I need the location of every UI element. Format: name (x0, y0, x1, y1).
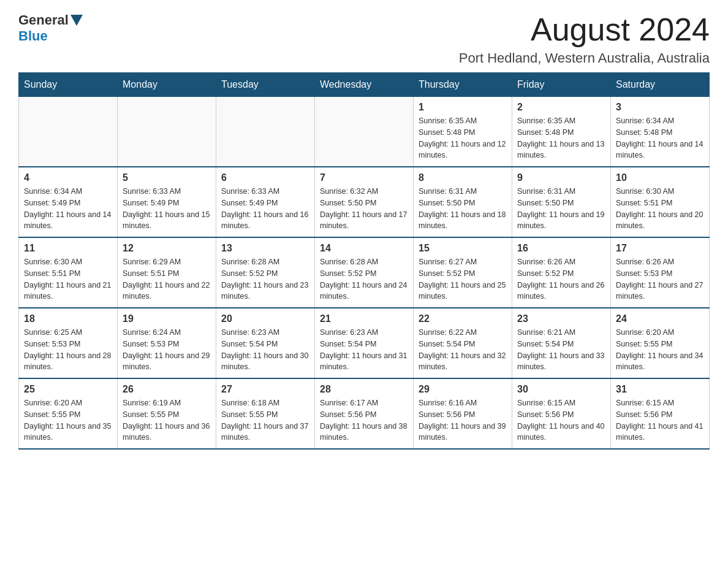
day-number: 14 (320, 243, 408, 254)
calendar-cell: 2Sunrise: 6:35 AMSunset: 5:48 PMDaylight… (512, 97, 611, 167)
calendar-week-row-1: 1Sunrise: 6:35 AMSunset: 5:48 PMDaylight… (19, 97, 710, 167)
day-number: 22 (419, 313, 507, 324)
calendar-week-row-4: 18Sunrise: 6:25 AMSunset: 5:53 PMDayligh… (19, 308, 710, 378)
day-info: Sunrise: 6:29 AMSunset: 5:51 PMDaylight:… (123, 256, 211, 302)
day-info: Sunrise: 6:19 AMSunset: 5:55 PMDaylight:… (123, 397, 211, 443)
calendar-cell: 14Sunrise: 6:28 AMSunset: 5:52 PMDayligh… (315, 237, 414, 308)
calendar-cell: 15Sunrise: 6:27 AMSunset: 5:52 PMDayligh… (414, 237, 512, 308)
day-number: 9 (517, 172, 605, 183)
day-info: Sunrise: 6:16 AMSunset: 5:56 PMDaylight:… (419, 397, 507, 443)
calendar-table: SundayMondayTuesdayWednesdayThursdayFrid… (18, 72, 710, 450)
day-number: 30 (517, 384, 605, 395)
day-info: Sunrise: 6:34 AMSunset: 5:48 PMDaylight:… (616, 115, 704, 161)
calendar-cell: 11Sunrise: 6:30 AMSunset: 5:51 PMDayligh… (19, 237, 118, 308)
day-number: 21 (320, 313, 408, 324)
day-info: Sunrise: 6:21 AMSunset: 5:54 PMDaylight:… (517, 327, 605, 373)
day-number: 31 (616, 384, 704, 395)
day-number: 11 (24, 243, 112, 254)
calendar-header-monday: Monday (118, 73, 216, 97)
page-header: General Blue August 2024 Port Hedland, W… (18, 12, 710, 66)
calendar-cell (315, 97, 414, 167)
day-number: 29 (419, 384, 507, 395)
day-number: 4 (24, 172, 112, 183)
calendar-cell: 7Sunrise: 6:32 AMSunset: 5:50 PMDaylight… (315, 167, 414, 237)
day-info: Sunrise: 6:34 AMSunset: 5:49 PMDaylight:… (24, 186, 112, 232)
calendar-cell: 27Sunrise: 6:18 AMSunset: 5:55 PMDayligh… (216, 378, 315, 449)
location-title: Port Hedland, Western Australia, Austral… (459, 50, 710, 66)
calendar-cell: 17Sunrise: 6:26 AMSunset: 5:53 PMDayligh… (611, 237, 710, 308)
calendar-header-saturday: Saturday (611, 73, 710, 97)
day-info: Sunrise: 6:30 AMSunset: 5:51 PMDaylight:… (24, 256, 112, 302)
day-info: Sunrise: 6:31 AMSunset: 5:50 PMDaylight:… (517, 186, 605, 232)
day-number: 25 (24, 384, 112, 395)
logo-blue-text: Blue (18, 28, 48, 44)
day-number: 12 (123, 243, 211, 254)
calendar-cell: 31Sunrise: 6:15 AMSunset: 5:56 PMDayligh… (611, 378, 710, 449)
calendar-cell: 5Sunrise: 6:33 AMSunset: 5:49 PMDaylight… (118, 167, 216, 237)
calendar-cell: 22Sunrise: 6:22 AMSunset: 5:54 PMDayligh… (414, 308, 512, 378)
calendar-cell: 1Sunrise: 6:35 AMSunset: 5:48 PMDaylight… (414, 97, 512, 167)
day-info: Sunrise: 6:28 AMSunset: 5:52 PMDaylight:… (221, 256, 309, 302)
day-number: 3 (616, 102, 704, 113)
calendar-cell: 23Sunrise: 6:21 AMSunset: 5:54 PMDayligh… (512, 308, 611, 378)
title-section: August 2024 Port Hedland, Western Austra… (459, 12, 710, 66)
calendar-cell: 8Sunrise: 6:31 AMSunset: 5:50 PMDaylight… (414, 167, 512, 237)
day-number: 7 (320, 172, 408, 183)
calendar-cell: 21Sunrise: 6:23 AMSunset: 5:54 PMDayligh… (315, 308, 414, 378)
calendar-header-sunday: Sunday (19, 73, 118, 97)
day-number: 10 (616, 172, 704, 183)
calendar-cell (118, 97, 216, 167)
calendar-cell: 6Sunrise: 6:33 AMSunset: 5:49 PMDaylight… (216, 167, 315, 237)
day-info: Sunrise: 6:33 AMSunset: 5:49 PMDaylight:… (221, 186, 309, 232)
month-title: August 2024 (459, 12, 710, 47)
day-info: Sunrise: 6:33 AMSunset: 5:49 PMDaylight:… (123, 186, 211, 232)
day-info: Sunrise: 6:35 AMSunset: 5:48 PMDaylight:… (419, 115, 507, 161)
calendar-header-thursday: Thursday (414, 73, 512, 97)
calendar-cell: 24Sunrise: 6:20 AMSunset: 5:55 PMDayligh… (611, 308, 710, 378)
day-number: 2 (517, 102, 605, 113)
calendar-cell: 25Sunrise: 6:20 AMSunset: 5:55 PMDayligh… (19, 378, 118, 449)
day-number: 23 (517, 313, 605, 324)
calendar-header-friday: Friday (512, 73, 611, 97)
day-info: Sunrise: 6:24 AMSunset: 5:53 PMDaylight:… (123, 327, 211, 373)
day-number: 26 (123, 384, 211, 395)
logo: General Blue (18, 12, 85, 44)
day-number: 5 (123, 172, 211, 183)
calendar-cell: 29Sunrise: 6:16 AMSunset: 5:56 PMDayligh… (414, 378, 512, 449)
day-info: Sunrise: 6:22 AMSunset: 5:54 PMDaylight:… (419, 327, 507, 373)
calendar-header-tuesday: Tuesday (216, 73, 315, 97)
calendar-cell (216, 97, 315, 167)
day-number: 28 (320, 384, 408, 395)
day-number: 27 (221, 384, 309, 395)
day-number: 18 (24, 313, 112, 324)
calendar-cell: 9Sunrise: 6:31 AMSunset: 5:50 PMDaylight… (512, 167, 611, 237)
day-info: Sunrise: 6:17 AMSunset: 5:56 PMDaylight:… (320, 397, 408, 443)
day-number: 15 (419, 243, 507, 254)
day-info: Sunrise: 6:27 AMSunset: 5:52 PMDaylight:… (419, 256, 507, 302)
day-number: 13 (221, 243, 309, 254)
calendar-cell: 30Sunrise: 6:15 AMSunset: 5:56 PMDayligh… (512, 378, 611, 449)
calendar-cell (19, 97, 118, 167)
day-info: Sunrise: 6:32 AMSunset: 5:50 PMDaylight:… (320, 186, 408, 232)
day-info: Sunrise: 6:35 AMSunset: 5:48 PMDaylight:… (517, 115, 605, 161)
calendar-cell: 28Sunrise: 6:17 AMSunset: 5:56 PMDayligh… (315, 378, 414, 449)
day-number: 16 (517, 243, 605, 254)
calendar-cell: 13Sunrise: 6:28 AMSunset: 5:52 PMDayligh… (216, 237, 315, 308)
calendar-cell: 10Sunrise: 6:30 AMSunset: 5:51 PMDayligh… (611, 167, 710, 237)
logo-general-text: General (18, 12, 69, 28)
calendar-cell: 20Sunrise: 6:23 AMSunset: 5:54 PMDayligh… (216, 308, 315, 378)
calendar-cell: 4Sunrise: 6:34 AMSunset: 5:49 PMDaylight… (19, 167, 118, 237)
calendar-cell: 18Sunrise: 6:25 AMSunset: 5:53 PMDayligh… (19, 308, 118, 378)
logo-triangle-icon (70, 15, 83, 26)
day-info: Sunrise: 6:23 AMSunset: 5:54 PMDaylight:… (221, 327, 309, 373)
day-info: Sunrise: 6:28 AMSunset: 5:52 PMDaylight:… (320, 256, 408, 302)
day-number: 19 (123, 313, 211, 324)
day-number: 24 (616, 313, 704, 324)
day-info: Sunrise: 6:15 AMSunset: 5:56 PMDaylight:… (616, 397, 704, 443)
calendar-cell: 12Sunrise: 6:29 AMSunset: 5:51 PMDayligh… (118, 237, 216, 308)
day-number: 17 (616, 243, 704, 254)
day-info: Sunrise: 6:26 AMSunset: 5:52 PMDaylight:… (517, 256, 605, 302)
day-info: Sunrise: 6:25 AMSunset: 5:53 PMDaylight:… (24, 327, 112, 373)
day-info: Sunrise: 6:20 AMSunset: 5:55 PMDaylight:… (24, 397, 112, 443)
calendar-cell: 26Sunrise: 6:19 AMSunset: 5:55 PMDayligh… (118, 378, 216, 449)
